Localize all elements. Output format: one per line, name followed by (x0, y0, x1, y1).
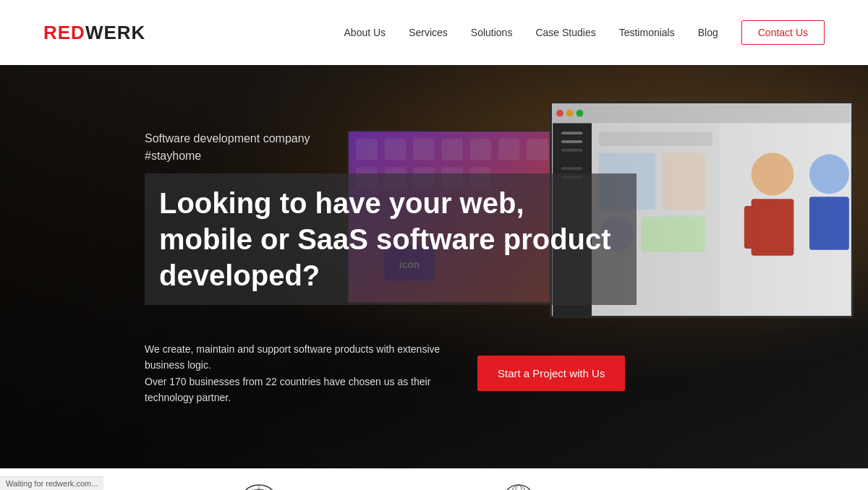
logo-red: RED (43, 22, 85, 44)
hero-section: icon (0, 65, 868, 468)
svg-point-52 (503, 484, 534, 490)
hero-description: We create, maintain and support software… (145, 341, 448, 406)
universal-logo: UNIVERSAL (491, 483, 547, 491)
nav-case-studies[interactable]: Case Studies (535, 27, 595, 38)
hero-subtitle: Software development company #stayhome (145, 130, 637, 165)
nav-testimonials[interactable]: Testimonials (619, 27, 675, 38)
nav-about[interactable]: About Us (344, 27, 386, 38)
eu-parliament-logo (237, 483, 281, 491)
status-text: Waiting for redwerk.com... (6, 479, 98, 488)
logo-dark: WERK (85, 22, 145, 44)
hero-bottom: We create, maintain and support software… (145, 341, 637, 406)
contact-us-button[interactable]: Contact Us (741, 20, 825, 45)
nav-blog[interactable]: Blog (698, 27, 718, 38)
status-bar: Waiting for redwerk.com... (0, 476, 103, 490)
hero-title-box: Looking to have your web, mobile or SaaS… (145, 173, 637, 305)
main-nav: About Us Services Solutions Case Studies… (344, 20, 825, 45)
logo[interactable]: REDWERK (43, 22, 145, 44)
header: REDWERK About Us Services Solutions Case… (0, 0, 868, 65)
hero-title: Looking to have your web, mobile or SaaS… (159, 185, 622, 293)
nav-services[interactable]: Services (409, 27, 448, 38)
hero-content: Software development company #stayhome L… (145, 130, 637, 406)
client-logos-strip: H HOSTING TAKING YOU FURTHER SIEMENS (0, 468, 868, 490)
nav-solutions[interactable]: Solutions (471, 27, 513, 38)
start-project-button[interactable]: Start a Project with Us (477, 356, 625, 391)
